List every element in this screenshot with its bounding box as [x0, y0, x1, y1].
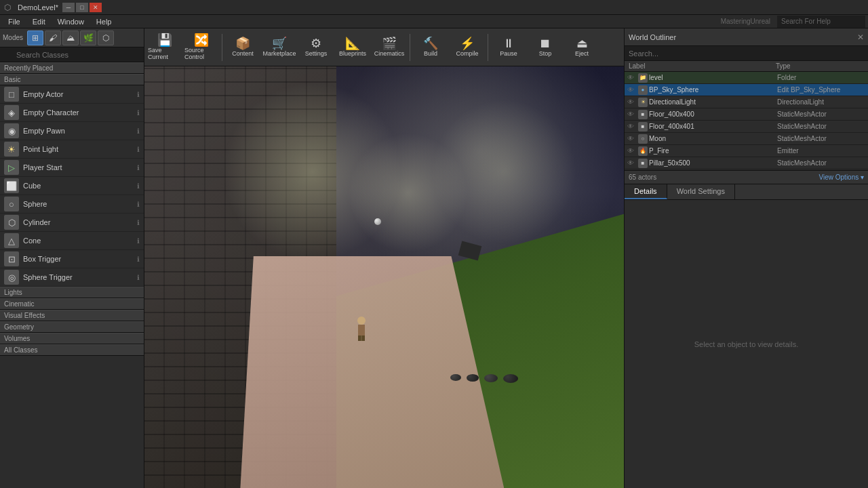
content-button[interactable]: 📦 Content: [225, 30, 260, 64]
close-button[interactable]: ✕: [90, 3, 102, 12]
outliner-item-p-fire[interactable]: 👁 🔥 P_Fire Emitter: [625, 145, 868, 157]
place-item-box-trigger[interactable]: ⊡ Box Trigger ℹ: [0, 250, 144, 268]
cinematics-button[interactable]: 🎬 Cinematics: [372, 30, 407, 64]
empty-character-info[interactable]: ℹ: [137, 109, 140, 117]
empty-pawn-info[interactable]: ℹ: [137, 127, 140, 135]
menu-window[interactable]: Window: [52, 17, 90, 26]
player-start-info[interactable]: ℹ: [137, 164, 140, 171]
outliner-item-pillar-500[interactable]: 👁 ■ Pillar_50x500 StaticMeshActor: [625, 157, 868, 169]
blueprints-icon: 📐: [345, 37, 360, 49]
sphere-trigger-info[interactable]: ℹ: [137, 274, 140, 281]
tab-world-settings[interactable]: World Settings: [667, 184, 735, 199]
mode-geometry-button[interactable]: ⬡: [98, 30, 114, 45]
outliner-search-input[interactable]: [629, 46, 864, 60]
point-light-info[interactable]: ℹ: [137, 146, 140, 153]
sphere-info[interactable]: ℹ: [137, 201, 140, 208]
floor-400x400-icon: ■: [638, 110, 648, 119]
outliner-footer: 65 actors View Options ▾: [625, 170, 868, 184]
pillar-500-label: Pillar_50x500: [649, 159, 777, 167]
place-item-cylinder[interactable]: ⬡ Cylinder ℹ: [0, 214, 144, 232]
mode-paint-button[interactable]: 🖌: [45, 30, 61, 45]
bp-sky-sphere-label: BP_Sky_Sphere: [649, 86, 777, 94]
save-current-button[interactable]: 💾 Save Current: [147, 30, 182, 64]
outliner-item-moon[interactable]: 👁 ○ Moon StaticMeshActor: [625, 133, 868, 145]
source-control-icon: 🔀: [194, 34, 209, 46]
outliner-item-bp-sky-sphere[interactable]: 👁 ● BP_Sky_Sphere Edit BP_Sky_Sphere: [625, 84, 868, 96]
cube-icon: ⬜: [4, 178, 19, 193]
settings-button[interactable]: ⚙ Settings: [298, 30, 334, 64]
mode-place-button[interactable]: ⊞: [27, 30, 43, 45]
eject-button[interactable]: ⏏ Eject: [564, 30, 599, 64]
menu-file[interactable]: File: [3, 17, 26, 26]
minimize-button[interactable]: ─: [62, 3, 75, 12]
p-fire-label: P_Fire: [649, 147, 777, 155]
titlebar-title: DemoLevel*: [18, 3, 58, 12]
mode-landscape-button[interactable]: ⛰: [62, 30, 79, 45]
outliner-item-level[interactable]: 👁 📁 level Folder: [625, 72, 868, 84]
place-item-empty-character[interactable]: ◈ Empty Character ℹ: [0, 104, 144, 122]
visual-effects-header[interactable]: Visual Effects: [0, 310, 144, 321]
menu-help[interactable]: Help: [91, 17, 117, 26]
pause-button[interactable]: ⏸ Pause: [491, 30, 526, 64]
outliner-item-directional-light[interactable]: 👁 ☀ DirectionalLight DirectionalLight: [625, 96, 868, 108]
all-classes-header[interactable]: All Classes: [0, 344, 144, 356]
blueprints-button[interactable]: 📐 Blueprints: [335, 30, 370, 64]
place-item-sphere-trigger[interactable]: ◎ Sphere Trigger ℹ: [0, 268, 144, 287]
world-outliner-close[interactable]: ✕: [857, 33, 864, 42]
point-light-label: Point Light: [23, 145, 133, 153]
place-item-cone[interactable]: △ Cone ℹ: [0, 232, 144, 250]
box-trigger-info[interactable]: ℹ: [137, 256, 140, 263]
main-layout: Modes ⊞ 🖌 ⛰ 🌿 ⬡ Recently Placed Basic □ …: [0, 28, 868, 488]
small-sphere: [374, 218, 381, 225]
tab-details[interactable]: Details: [625, 184, 667, 199]
marketplace-button[interactable]: 🛒 Marketplace: [262, 30, 297, 64]
modes-label: Modes: [3, 34, 23, 41]
point-light-icon: ☀: [4, 142, 19, 157]
window-controls: ─ □ ✕: [62, 3, 102, 12]
recently-placed-header[interactable]: Recently Placed: [0, 62, 144, 74]
box-trigger-icon: ⊡: [4, 251, 19, 266]
outliner-item-floor-400x400[interactable]: 👁 ■ Floor_400x400 StaticMeshActor: [625, 108, 868, 121]
viewport-background: [144, 66, 624, 488]
maximize-button[interactable]: □: [76, 3, 88, 12]
empty-actor-info[interactable]: ℹ: [137, 91, 140, 98]
place-item-empty-actor[interactable]: □ Empty Actor ℹ: [0, 85, 144, 104]
char-head: [357, 317, 366, 325]
mode-foliage-button[interactable]: 🌿: [80, 30, 96, 45]
search-classes-input[interactable]: [0, 47, 144, 62]
toolbar-divider-2: [410, 34, 410, 61]
cylinder-info[interactable]: ℹ: [137, 219, 140, 226]
build-button[interactable]: 🔨 Build: [413, 30, 448, 64]
cinematics-icon: 🎬: [382, 37, 397, 49]
lights-header[interactable]: Lights: [0, 287, 144, 298]
app-logo: ⬡: [4, 3, 11, 12]
cylinder-icon: ⬡: [4, 215, 19, 230]
col-type-header: Type: [776, 62, 864, 70]
level-icon: 📁: [638, 73, 648, 83]
search-help-input[interactable]: Search For Help: [777, 16, 865, 28]
pillar-500-type: StaticMeshActor: [777, 159, 865, 167]
compile-button[interactable]: ⚡ Compile: [450, 30, 485, 64]
cube-info[interactable]: ℹ: [137, 182, 140, 190]
place-item-empty-pawn[interactable]: ◉ Empty Pawn ℹ: [0, 122, 144, 140]
place-item-cube[interactable]: ⬜ Cube ℹ: [0, 177, 144, 195]
cube-label: Cube: [23, 182, 133, 190]
basic-header[interactable]: Basic: [0, 74, 144, 85]
volumes-header[interactable]: Volumes: [0, 333, 144, 344]
source-control-button[interactable]: 🔀 Source Control: [184, 30, 219, 64]
stop-button[interactable]: ⏹ Stop: [528, 30, 563, 64]
cone-info[interactable]: ℹ: [137, 237, 140, 245]
outliner-search[interactable]: [625, 46, 868, 61]
place-item-sphere[interactable]: ○ Sphere ℹ: [0, 195, 144, 214]
char-legs: [358, 336, 365, 341]
menu-edit[interactable]: Edit: [27, 17, 51, 26]
place-item-point-light[interactable]: ☀ Point Light ℹ: [0, 140, 144, 159]
outliner-item-floor-400x401[interactable]: 👁 ■ Floor_400x401 StaticMeshActor: [625, 121, 868, 133]
geometry-section-header[interactable]: Geometry: [0, 321, 144, 333]
place-item-player-start[interactable]: ▷ Player Start ℹ: [0, 159, 144, 177]
cinematic-header[interactable]: Cinematic: [0, 298, 144, 310]
cinematics-label: Cinematics: [374, 50, 405, 57]
eject-icon: ⏏: [576, 37, 588, 49]
outliner-view-options[interactable]: View Options ▾: [818, 174, 864, 181]
viewport[interactable]: [144, 66, 624, 488]
